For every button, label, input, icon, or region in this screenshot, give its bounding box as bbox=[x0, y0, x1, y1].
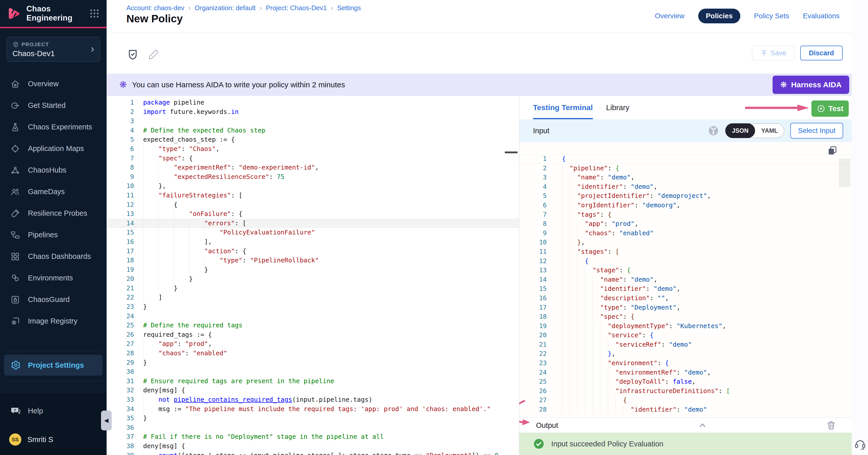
indent-guide bbox=[577, 331, 585, 340]
sidebar-item-chaoshubs[interactable]: ChaosHubs bbox=[0, 159, 106, 181]
line-number: 26 bbox=[106, 330, 134, 339]
line-number: 1 bbox=[106, 98, 134, 107]
save-button[interactable]: Save bbox=[752, 46, 795, 60]
line-number: 3 bbox=[106, 117, 134, 126]
app-title: Chaos Engineering bbox=[26, 4, 84, 23]
breadcrumb-link[interactable]: Organization: default bbox=[195, 4, 255, 12]
sidebar-item-chaos-experiments[interactable]: Chaos Experiments bbox=[0, 116, 106, 138]
code-line: 3"name": "demo", bbox=[519, 173, 852, 182]
indent-guide bbox=[577, 377, 585, 387]
test-button[interactable]: Test bbox=[811, 100, 849, 117]
tab-evaluations[interactable]: Evaluations bbox=[803, 12, 840, 20]
line-number: 25 bbox=[519, 377, 547, 387]
indent-guide bbox=[562, 405, 569, 414]
sidebar-item-application-maps[interactable]: Application Maps bbox=[0, 138, 106, 159]
line-number: 18 bbox=[106, 256, 134, 265]
sidebar-item-get-started[interactable]: Get Started bbox=[0, 95, 106, 116]
indent-guide bbox=[569, 257, 577, 266]
code-line: 31# Ensure required tags are present in … bbox=[106, 377, 519, 386]
line-number: 16 bbox=[519, 294, 547, 303]
input-source-icon[interactable] bbox=[708, 125, 719, 136]
indent-guide bbox=[577, 387, 585, 396]
indent-guide bbox=[158, 237, 174, 247]
tab-policies[interactable]: Policies bbox=[698, 9, 740, 23]
indent-guide bbox=[569, 275, 577, 285]
chevron-up-icon[interactable] bbox=[697, 420, 708, 430]
indent-guide bbox=[585, 294, 592, 303]
indent-guide bbox=[592, 284, 600, 294]
sidebar-item-overview[interactable]: Overview bbox=[0, 73, 106, 95]
format-toggle[interactable]: JSON YAML bbox=[725, 123, 784, 138]
code-line: 26required_tags := { bbox=[106, 330, 519, 339]
tab-policy-sets[interactable]: Policy Sets bbox=[754, 12, 789, 20]
sidebar-item-gamedays[interactable]: GameDays bbox=[0, 181, 106, 202]
apps-grid-icon[interactable] bbox=[89, 8, 100, 19]
line-number: 29 bbox=[106, 358, 134, 367]
shield-check-icon[interactable] bbox=[127, 49, 138, 60]
sidebar-item-pipelines[interactable]: Pipelines bbox=[0, 224, 106, 246]
sidebar-item-label: ChaosHubs bbox=[28, 166, 66, 174]
indent-guide bbox=[562, 322, 569, 331]
indent-guide bbox=[569, 405, 577, 414]
policy-code-editor[interactable]: 1package pipeline2import future.keywords… bbox=[106, 96, 519, 455]
indent-guide bbox=[569, 377, 577, 387]
indent-guide bbox=[585, 284, 592, 294]
indent-guide bbox=[600, 405, 608, 414]
indent-guide bbox=[174, 265, 189, 274]
output-header: Output bbox=[519, 417, 852, 433]
sidebar-item-environments[interactable]: Environments bbox=[0, 267, 106, 289]
indent-guide bbox=[174, 256, 189, 265]
indent-guide bbox=[592, 322, 600, 331]
indent-guide bbox=[585, 275, 592, 285]
harness-aida-button[interactable]: ❋ Harness AIDA bbox=[773, 76, 849, 94]
project-selector[interactable]: PROJECT Chaos-Dev1 › bbox=[7, 37, 100, 62]
sidebar-item-label: Chaos Dashboards bbox=[28, 252, 91, 261]
indent-guide bbox=[143, 349, 158, 358]
sidebar-collapse-handle[interactable]: ◀ bbox=[101, 411, 112, 430]
indent-guide bbox=[562, 359, 569, 368]
sidebar-item-resilience-probes[interactable]: Resilience Probes bbox=[0, 202, 106, 224]
breadcrumb-link[interactable]: Account: chaos-dev bbox=[126, 4, 184, 12]
indent-guide bbox=[585, 377, 592, 387]
code-line: 1{ bbox=[519, 154, 852, 164]
indent-guide bbox=[174, 228, 189, 237]
discard-button[interactable]: Discard bbox=[800, 46, 843, 60]
format-yaml[interactable]: YAML bbox=[755, 127, 784, 134]
sidebar-item-label: Project Settings bbox=[28, 361, 84, 369]
indent-guide bbox=[158, 163, 174, 172]
sidebar-item-image-registry[interactable]: Image Registry bbox=[0, 311, 106, 332]
sidebar-item-label: Chaos Experiments bbox=[28, 123, 92, 131]
breadcrumb-link[interactable]: Settings bbox=[337, 4, 361, 12]
copy-icon[interactable] bbox=[827, 145, 838, 156]
format-json[interactable]: JSON bbox=[725, 123, 755, 138]
sidebar-item-project-settings[interactable]: Project Settings bbox=[4, 355, 102, 376]
sidebar-item-chaos-dashboards[interactable]: Chaos Dashboards bbox=[0, 246, 106, 267]
discard-label: Discard bbox=[809, 49, 834, 57]
indent-guide bbox=[143, 191, 158, 200]
tab-overview[interactable]: Overview bbox=[655, 12, 684, 20]
user-menu[interactable]: SS Smriti S bbox=[9, 433, 53, 446]
code-line: 15"PolicyEvaluationFailure" bbox=[106, 228, 519, 237]
help-button[interactable]: ? Help bbox=[10, 405, 43, 416]
support-headset-icon[interactable] bbox=[854, 438, 866, 450]
breadcrumb-link[interactable]: Project: Chaos-Dev1 bbox=[266, 4, 327, 12]
select-input-button[interactable]: Select Input bbox=[790, 123, 843, 138]
code-line: 33not pipeline_contains_required_tags(in… bbox=[106, 395, 519, 404]
indent-guide bbox=[592, 359, 600, 368]
indent-guide bbox=[562, 312, 569, 322]
sidebar-item-chaosguard[interactable]: ChaosGuard bbox=[0, 289, 106, 311]
tab-library[interactable]: Library bbox=[606, 96, 629, 119]
trash-icon[interactable] bbox=[826, 420, 837, 431]
edit-pencil-icon[interactable] bbox=[148, 49, 159, 60]
indent-guide bbox=[562, 284, 569, 294]
line-number: 9 bbox=[106, 172, 134, 182]
input-json-editor[interactable]: 1{2"pipeline": {3"name": "demo",4"identi… bbox=[519, 142, 852, 417]
cube-icon bbox=[12, 41, 19, 48]
line-number: 17 bbox=[519, 303, 547, 313]
tab-testing-terminal[interactable]: Testing Terminal bbox=[533, 96, 593, 119]
scrollbar-slider[interactable] bbox=[839, 159, 850, 187]
code-line: 24"environmentRef": "demo", bbox=[519, 368, 852, 377]
code-line: 17"type": "Deployment", bbox=[519, 303, 852, 313]
line-number: 21 bbox=[519, 340, 547, 350]
sidebar-nav: OverviewGet StartedChaos ExperimentsAppl… bbox=[0, 73, 106, 332]
